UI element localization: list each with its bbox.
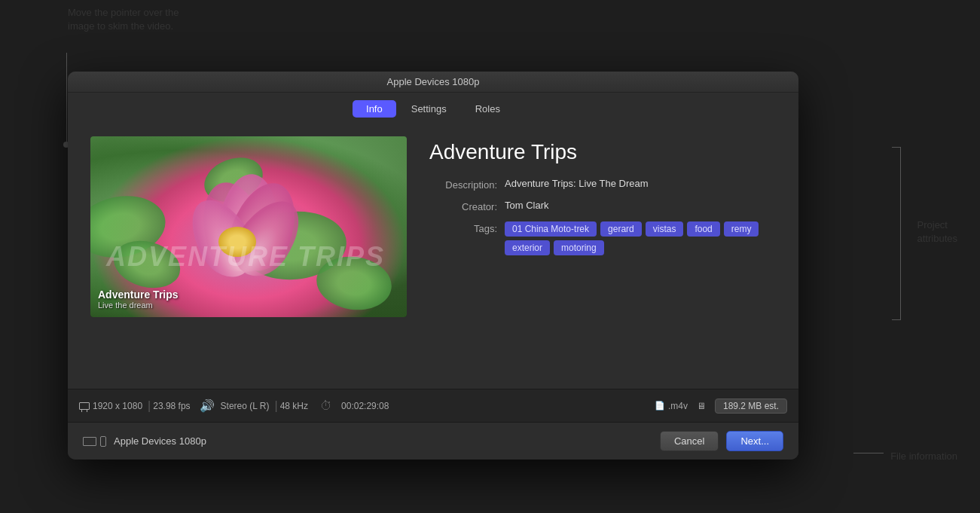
- display-icon: 🖥: [697, 401, 706, 411]
- annotation-line-fileinfo: [853, 453, 884, 453]
- export-dialog: Apple Devices 1080p Info Settings Roles: [68, 72, 798, 460]
- annotation-line-pointer: [66, 53, 67, 143]
- footer-device-icons: [83, 436, 106, 447]
- annotation-fileinfo-label: File information: [890, 450, 957, 462]
- creator-value: Tom Clark: [505, 200, 776, 211]
- tag-0[interactable]: 01 China Moto-trek: [505, 221, 597, 237]
- status-bar: 1920 x 1080 | 23.98 fps 🔊 Stereo (L R) |…: [68, 389, 798, 422]
- tags-row: Tags: 01 China Moto-trek gerard vistas f…: [429, 221, 776, 255]
- annotation-attributes-label: Project attributes: [917, 218, 957, 246]
- tab-roles[interactable]: Roles: [462, 100, 514, 118]
- dialog-content: ADVENTURE TRIPS Adventure Trips Live the…: [68, 125, 798, 389]
- tag-3[interactable]: food: [687, 221, 719, 237]
- duration-item: 00:02:29:08: [341, 401, 389, 411]
- status-right-section: 📄 .m4v 🖥 189.2 MB est.: [655, 398, 787, 414]
- pointer-hint-annotation: Move the pointer over the image to skim …: [68, 6, 179, 33]
- tag-6[interactable]: motoring: [554, 240, 604, 255]
- info-panel: Adventure Trips Description: Adventure T…: [429, 136, 776, 374]
- monitor-icon: [79, 402, 90, 410]
- description-row: Description: Adventure Trips: Live The D…: [429, 178, 776, 191]
- fps-item: 23.98 fps: [153, 401, 190, 411]
- video-thumbnail[interactable]: ADVENTURE TRIPS Adventure Trips Live the…: [90, 136, 407, 317]
- next-button[interactable]: Next...: [726, 431, 783, 451]
- footer-bar: Apple Devices 1080p Cancel Next...: [68, 422, 798, 460]
- video-title-overlay: Adventure Trips Live the dream: [98, 289, 179, 310]
- tab-settings[interactable]: Settings: [398, 100, 460, 118]
- dialog-title: Apple Devices 1080p: [387, 76, 480, 87]
- file-size-badge: 189.2 MB est.: [715, 398, 787, 414]
- sample-rate-item: 48 kHz: [280, 401, 308, 411]
- description-label: Description:: [429, 178, 497, 191]
- tag-5[interactable]: exterior: [505, 240, 550, 255]
- description-value: Adventure Trips: Live The Dream: [505, 178, 776, 189]
- tags-label: Tags:: [429, 221, 497, 234]
- footer-buttons: Cancel Next...: [660, 431, 783, 451]
- cancel-button[interactable]: Cancel: [660, 431, 719, 451]
- audio-item: Stereo (L R): [221, 401, 270, 411]
- device-monitor-icon: [83, 437, 96, 446]
- creator-row: Creator: Tom Clark: [429, 200, 776, 212]
- dialog-titlebar: Apple Devices 1080p: [68, 72, 798, 93]
- tab-bar: Info Settings Roles: [68, 93, 798, 125]
- video-watermark: ADVENTURE TRIPS: [106, 242, 391, 272]
- video-title-sub: Live the dream: [98, 301, 179, 310]
- tag-1[interactable]: gerard: [600, 221, 642, 237]
- video-title-main: Adventure Trips: [98, 289, 179, 301]
- annotation-bracket-attributes: [892, 147, 901, 320]
- tag-2[interactable]: vistas: [646, 221, 684, 237]
- file-format-item: 📄 .m4v: [655, 401, 688, 411]
- tag-4[interactable]: remy: [724, 221, 759, 237]
- screen-icon-item: 🖥: [697, 401, 706, 411]
- creator-label: Creator:: [429, 200, 497, 212]
- device-phone-icon: [100, 436, 106, 447]
- tab-info[interactable]: Info: [353, 100, 396, 118]
- file-icon: 📄: [655, 401, 665, 411]
- tags-container: 01 China Moto-trek gerard vistas food re…: [505, 221, 776, 255]
- footer-preset-label: Apple Devices 1080p: [114, 435, 660, 447]
- project-title: Adventure Trips: [429, 140, 776, 164]
- resolution-item: 1920 x 1080: [79, 401, 142, 411]
